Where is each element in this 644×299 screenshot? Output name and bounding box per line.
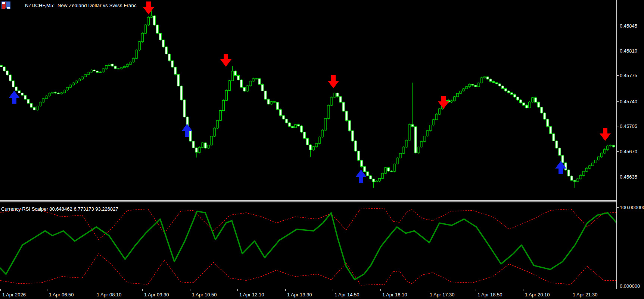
bear-candle: [357, 151, 360, 160]
bull-candle: [210, 136, 212, 145]
bear-candle: [291, 126, 293, 128]
time-axis-tick: [47, 289, 47, 291]
bull-candle: [607, 146, 609, 150]
bull-candle: [123, 66, 125, 67]
indicator-scale-top: 100.000000: [620, 205, 644, 210]
bull-candle: [376, 181, 378, 182]
bull-candle: [81, 77, 84, 79]
price-chart-surface[interactable]: [0, 0, 616, 201]
bear-candle: [15, 87, 18, 91]
bear-candle: [516, 97, 519, 100]
price-axis-label: 0.45635: [620, 174, 637, 180]
bear-candle: [174, 67, 177, 75]
bear-candle: [264, 91, 267, 99]
bear-candle: [93, 70, 96, 71]
bull-candle: [480, 78, 483, 83]
sell-arrow-icon: [220, 54, 231, 67]
bear-candle: [504, 88, 507, 91]
price-axis-tick: [616, 75, 619, 76]
bull-candle: [601, 153, 603, 157]
bull-candle: [417, 147, 420, 153]
bear-candle: [489, 79, 492, 81]
bear-candle: [535, 98, 537, 102]
bull-candle: [51, 92, 53, 93]
bear-candle: [363, 167, 365, 172]
bear-candle: [304, 132, 306, 138]
bear-candle: [162, 40, 165, 47]
bear-candle: [12, 81, 15, 87]
indicator-scale-bottom: 0.000000: [620, 283, 640, 289]
time-axis-label: 1 Apr 13:30: [287, 292, 312, 298]
bear-candle: [282, 116, 284, 119]
bull-candle: [576, 179, 579, 182]
bull-candle: [585, 168, 588, 171]
time-axis-tick: [142, 289, 143, 291]
bear-candle: [307, 138, 309, 145]
bull-candle: [78, 79, 81, 81]
bear-candle: [522, 103, 525, 105]
time-axis-label: 1 Apr 16:10: [382, 292, 407, 298]
time-axis-label: 1 Apr 10:50: [192, 292, 217, 298]
price-axis-label: 0.45740: [620, 99, 637, 104]
bear-candle: [33, 107, 35, 110]
bear-candle: [243, 87, 246, 91]
bear-candle: [114, 66, 116, 69]
indicator-axis-tick: [616, 207, 619, 208]
price-axis-label: 0.45775: [620, 73, 637, 78]
time-axis-tick: [190, 289, 190, 291]
bull-candle: [432, 120, 435, 125]
bull-candle: [529, 102, 531, 108]
price-axis-label: 0.45705: [620, 123, 637, 129]
bear-candle: [54, 92, 56, 93]
bear-candle: [204, 143, 206, 148]
bear-candle: [342, 103, 345, 111]
bull-candle: [225, 91, 228, 101]
bull-candle: [84, 75, 87, 77]
bear-candle: [544, 113, 546, 119]
bear-candle: [336, 93, 339, 97]
bull-candle: [66, 87, 68, 90]
bull-candle: [483, 77, 486, 78]
price-axis-tick: [616, 51, 619, 51]
bear-candle: [9, 75, 12, 81]
bear-candle: [498, 84, 501, 86]
bull-candle: [333, 93, 336, 97]
bull-candle: [420, 141, 423, 147]
bull-candle: [408, 125, 411, 140]
bear-candle: [475, 85, 477, 87]
bull-candle: [463, 89, 465, 91]
bear-candle: [391, 171, 393, 172]
bull-candle: [249, 81, 252, 86]
subwindow-separator[interactable]: [0, 200, 616, 202]
bull-candle: [379, 178, 381, 181]
bull-candle: [105, 66, 108, 69]
bear-candle: [369, 176, 371, 179]
bear-candle: [519, 100, 522, 103]
bear-candle: [513, 94, 516, 97]
bear-candle: [486, 77, 489, 79]
indicator-subwindow-surface[interactable]: [0, 203, 616, 289]
time-axis-label: 1 Apr 08:10: [97, 292, 122, 298]
time-axis-tick: [237, 289, 238, 291]
bear-candle: [561, 155, 564, 163]
mt5-chart-window: NZDCHF,M5: New Zealand Dollar vs Swiss F…: [0, 0, 644, 299]
bear-candle: [159, 33, 162, 40]
bull-candle: [201, 143, 203, 147]
bull-candle: [39, 102, 41, 106]
bull-candle: [120, 68, 122, 69]
bull-candle: [385, 168, 387, 173]
bull-candle: [270, 102, 273, 104]
bull-candle: [312, 147, 315, 150]
time-axis-label: 1 Apr 18:50: [477, 292, 503, 298]
bear-candle: [279, 110, 281, 116]
bull-candle: [423, 136, 426, 142]
bear-candle: [547, 119, 549, 126]
bull-candle: [438, 109, 441, 114]
bear-candle: [189, 130, 192, 141]
bear-candle: [267, 99, 270, 104]
bear-candle: [360, 160, 363, 167]
bull-candle: [42, 99, 44, 102]
bull-candle: [90, 70, 93, 72]
bull-candle: [393, 164, 396, 171]
bull-candle: [147, 17, 149, 25]
